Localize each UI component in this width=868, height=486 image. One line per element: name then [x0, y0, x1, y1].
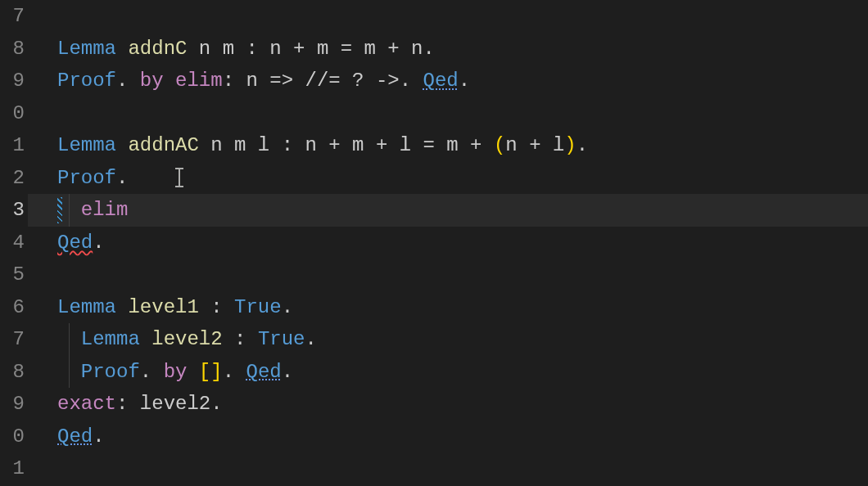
colon: :: [234, 323, 258, 356]
code-line[interactable]: Proof. by []. Qed.: [28, 356, 868, 389]
tactic-by: by: [164, 356, 188, 389]
space: [128, 65, 139, 97]
dot: .: [93, 227, 104, 259]
keyword-lemma: Lemma: [57, 129, 116, 162]
tactic-elim: elim: [175, 65, 223, 97]
dot: .: [305, 323, 316, 356]
modified-marker-icon: [57, 197, 62, 223]
space: [116, 129, 128, 162]
keyword-lemma: Lemma: [57, 33, 116, 65]
line-number: 0: [0, 97, 25, 130]
statement: n + m = m + n: [269, 33, 423, 65]
line-number: 8: [0, 356, 25, 389]
keyword-qed: Qed: [57, 421, 93, 453]
code-line[interactable]: Lemma addnC n m : n + m = m + n.: [28, 33, 868, 65]
space: [116, 291, 128, 324]
dot: .: [282, 356, 293, 389]
brackets: []: [199, 356, 223, 389]
paren-open: (: [494, 129, 505, 162]
code-line[interactable]: Lemma level2 : True.: [28, 323, 868, 356]
tactic-elim: elim: [81, 194, 129, 227]
space: [187, 356, 198, 389]
code-editor[interactable]: 7 8 9 0 1 2 3 4 5 6 7 8 9 0 1 Lemma addn…: [0, 0, 868, 486]
dot: .: [459, 65, 470, 97]
text-cursor-icon: [175, 168, 183, 187]
space: [151, 356, 163, 389]
line-number: 7: [0, 323, 25, 356]
tactic-exact: exact: [57, 388, 116, 421]
keyword-proof: Proof: [57, 162, 116, 195]
ident-addnC: addnC: [128, 33, 187, 65]
code-area[interactable]: Lemma addnC n m : n + m = m + n. Proof. …: [28, 0, 868, 486]
line-number: 2: [0, 162, 25, 195]
line-number: 5: [0, 259, 25, 291]
ident-level2: level2: [151, 323, 222, 356]
code-line[interactable]: Lemma level1 : True.: [28, 291, 868, 324]
indent-guide-icon: [69, 356, 70, 389]
line-number: 4: [0, 227, 25, 259]
code-line[interactable]: [28, 259, 868, 291]
code-line[interactable]: [28, 97, 868, 130]
colon: :: [282, 129, 305, 162]
type-true: True: [258, 323, 305, 356]
space: [411, 65, 423, 97]
space: [164, 65, 175, 97]
tactic-by: by: [140, 65, 164, 97]
keyword-proof: Proof: [57, 65, 116, 97]
dot: .: [93, 421, 104, 453]
space: [116, 33, 128, 65]
space: [234, 356, 246, 389]
line-number: 1: [0, 129, 25, 162]
space: [223, 323, 234, 356]
keyword-qed: Qed: [423, 65, 459, 97]
dot: .: [223, 356, 234, 389]
space: [199, 291, 210, 324]
tactic-args: : level2: [116, 388, 210, 421]
statement-part1: n + m + l = m +: [305, 129, 493, 162]
keyword-lemma: Lemma: [57, 291, 116, 324]
indent-guide-icon: [69, 323, 70, 356]
code-line[interactable]: exact: level2.: [28, 388, 868, 421]
dot: .: [210, 388, 222, 421]
dot: .: [576, 129, 588, 162]
code-line[interactable]: [28, 0, 868, 33]
line-number: 0: [0, 421, 25, 453]
code-line[interactable]: [28, 452, 868, 485]
colon: :: [210, 291, 234, 324]
space: [140, 323, 151, 356]
space: [128, 162, 175, 195]
keyword-qed: Qed: [57, 227, 93, 259]
ident-addnAC: addnAC: [128, 129, 198, 162]
paren-close: ): [564, 129, 576, 162]
line-number: 9: [0, 65, 25, 97]
dot: .: [423, 33, 435, 65]
keyword-lemma: Lemma: [81, 323, 140, 356]
keyword-proof: Proof: [81, 356, 140, 389]
params: n m: [187, 33, 246, 65]
line-number: 7: [0, 0, 25, 33]
code-line[interactable]: Qed.: [28, 421, 868, 453]
indent-guide-icon: [69, 194, 70, 227]
code-line-active[interactable]: elim: [28, 194, 868, 227]
colon: :: [246, 33, 269, 65]
dot: .: [282, 291, 293, 324]
code-line[interactable]: Qed.: [28, 227, 868, 259]
code-line[interactable]: Proof. by elim: n => //= ? ->. Qed.: [28, 65, 868, 97]
dot: .: [116, 162, 128, 195]
line-number-gutter: 7 8 9 0 1 2 3 4 5 6 7 8 9 0 1: [0, 0, 28, 486]
dot: .: [116, 65, 128, 97]
line-number: 9: [0, 388, 25, 421]
code-line[interactable]: Proof.: [28, 162, 868, 195]
line-number: 6: [0, 291, 25, 324]
keyword-qed: Qed: [246, 356, 281, 389]
line-number: 8: [0, 33, 25, 65]
line-number: 3: [0, 194, 25, 227]
type-true: True: [234, 291, 282, 324]
code-line[interactable]: Lemma addnAC n m l : n + m + l = m + (n …: [28, 129, 868, 162]
dot: .: [140, 356, 151, 389]
ident-level1: level1: [128, 291, 198, 324]
statement-part2: n + l: [505, 129, 564, 162]
dot: .: [400, 65, 411, 97]
params: n m l: [199, 129, 282, 162]
line-number: 1: [0, 452, 25, 485]
